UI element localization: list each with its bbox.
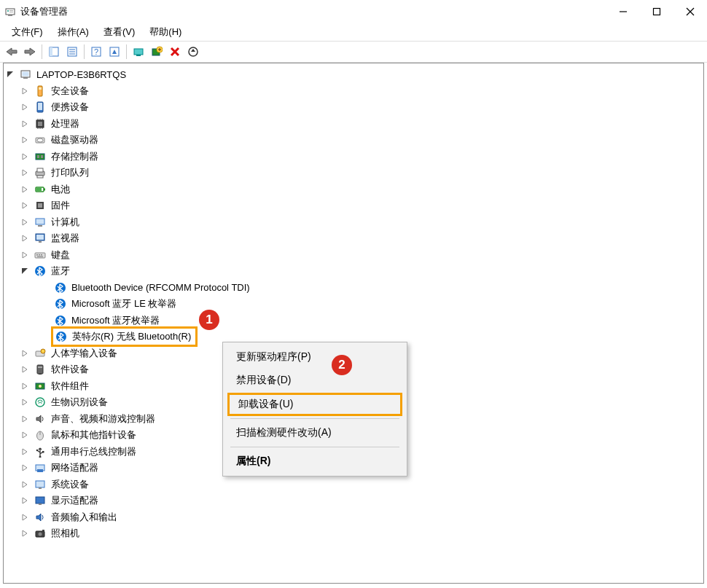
tree-category[interactable]: 打印队列 [4, 165, 703, 181]
expand-icon[interactable] [21, 497, 33, 504]
computer-icon [34, 216, 46, 228]
node-label: 软件组件 [49, 379, 91, 393]
expand-icon[interactable] [21, 481, 33, 488]
network-icon [34, 462, 46, 474]
expand-icon[interactable] [21, 399, 33, 406]
svg-rect-78 [39, 254, 40, 256]
svg-marker-105 [36, 415, 41, 423]
expand-icon[interactable] [21, 169, 33, 176]
expand-icon[interactable] [21, 153, 33, 160]
svg-rect-59 [37, 168, 43, 172]
expand-icon[interactable] [21, 431, 33, 439]
collapse-icon[interactable] [21, 267, 33, 275]
collapse-icon[interactable] [7, 71, 18, 78]
expand-icon[interactable] [21, 415, 33, 423]
show-panel-button[interactable] [45, 43, 63, 60]
node-label: 监视器 [49, 231, 82, 246]
tree-category[interactable]: 监视器 [4, 230, 703, 247]
ctx-properties[interactable]: 属性(R) [224, 450, 405, 473]
disk-drive-icon [34, 134, 46, 146]
close-button[interactable] [673, 0, 707, 23]
menu-action[interactable]: 操作(A) [50, 24, 96, 40]
tree-category[interactable]: 计算机 [4, 214, 703, 231]
print-queue-icon [34, 167, 46, 179]
tree-category[interactable]: 存储控制器 [4, 149, 703, 165]
back-button[interactable] [3, 43, 20, 60]
node-label: 固件 [49, 198, 72, 213]
ctx-scan-hardware[interactable]: 扫描检测硬件改动(A) [224, 421, 405, 444]
expand-icon[interactable] [21, 235, 33, 242]
device-tree[interactable]: LAPTOP-E3B6RTQS安全设备便携设备处理器磁盘驱动器存储控制器打印队列… [3, 63, 704, 584]
ctx-update-driver[interactable]: 更新驱动程序(P) [224, 345, 405, 369]
node-label: 电池 [49, 182, 72, 197]
expand-icon[interactable] [21, 87, 33, 95]
node-label: 软件设备 [49, 362, 91, 377]
uninstall-button[interactable] [166, 43, 184, 60]
tree-category[interactable]: 安全设备 [4, 83, 703, 100]
expand-icon[interactable] [21, 186, 33, 193]
svg-rect-1 [8, 15, 12, 16]
menu-help[interactable]: 帮助(H) [142, 24, 189, 40]
bluetooth-icon [55, 315, 66, 326]
tree-category[interactable]: 处理器 [4, 116, 703, 133]
expand-icon[interactable] [21, 219, 33, 226]
help-button[interactable]: ? [87, 43, 105, 60]
svg-rect-22 [136, 55, 141, 56]
tree-category[interactable]: 音频输入和输出 [4, 509, 703, 526]
tree-category[interactable]: 照相机 [4, 525, 703, 542]
tree-device[interactable]: Bluetooth Device (RFCOMM Protocol TDI) [4, 280, 703, 297]
expand-icon[interactable] [21, 464, 33, 471]
show-hidden-button[interactable] [106, 43, 123, 60]
expand-icon[interactable] [21, 383, 33, 390]
expand-icon[interactable] [21, 251, 33, 259]
window-title: 设备管理器 [20, 5, 606, 18]
tree-category[interactable]: 显示适配器 [4, 493, 703, 509]
scan-hardware-button[interactable] [130, 43, 147, 60]
forward-button[interactable] [21, 43, 39, 60]
window-controls [606, 0, 707, 23]
svg-rect-117 [36, 481, 44, 487]
menu-view[interactable]: 查看(V) [96, 24, 142, 40]
tree-category[interactable]: 电池 [4, 181, 703, 198]
tree-category[interactable]: 便携设备 [4, 99, 703, 116]
menu-file[interactable]: 文件(F) [4, 24, 50, 40]
tree-category[interactable]: 磁盘驱动器 [4, 132, 703, 149]
svg-marker-30 [191, 49, 195, 52]
svg-marker-31 [7, 71, 13, 77]
expand-icon[interactable] [21, 202, 33, 209]
expand-icon[interactable] [21, 350, 33, 357]
node-label: 鼠标和其他指针设备 [49, 428, 138, 442]
expand-icon[interactable] [21, 136, 33, 144]
minimize-button[interactable] [606, 0, 640, 23]
svg-marker-124 [23, 530, 27, 536]
ctx-disable-device[interactable]: 禁用设备(D) [224, 369, 405, 392]
tree-category[interactable]: 固件 [4, 197, 703, 214]
tree-device[interactable]: Microsoft 蓝牙 LE 枚举器 [4, 296, 703, 313]
tree-category[interactable]: 系统设备 [4, 477, 703, 493]
expand-icon[interactable] [21, 120, 33, 128]
toolbar-sep [42, 44, 42, 59]
svg-marker-102 [23, 399, 27, 405]
expand-icon[interactable] [21, 448, 33, 455]
expand-icon[interactable] [21, 530, 33, 537]
svg-rect-56 [41, 155, 43, 158]
svg-marker-68 [23, 219, 27, 225]
svg-rect-40 [38, 103, 42, 110]
svg-rect-21 [134, 49, 143, 55]
tree-category[interactable]: 蓝牙 [4, 263, 703, 280]
display-adapter-icon [34, 495, 46, 506]
node-label: 显示适配器 [49, 493, 101, 508]
update-driver-button[interactable] [184, 43, 202, 60]
svg-marker-109 [23, 449, 27, 455]
svg-rect-74 [39, 241, 42, 243]
ctx-uninstall-device[interactable]: 卸载设备(U) [227, 393, 402, 416]
expand-icon[interactable] [21, 514, 33, 521]
tree-root[interactable]: LAPTOP-E3B6RTQS [4, 66, 703, 83]
expand-icon[interactable] [21, 103, 33, 111]
expand-icon[interactable] [21, 366, 33, 373]
properties-button[interactable] [63, 43, 81, 60]
tree-category[interactable]: 键盘 [4, 247, 703, 264]
add-legacy-hw-button[interactable] [148, 43, 165, 60]
maximize-button[interactable] [640, 0, 673, 23]
svg-marker-65 [23, 203, 27, 208]
